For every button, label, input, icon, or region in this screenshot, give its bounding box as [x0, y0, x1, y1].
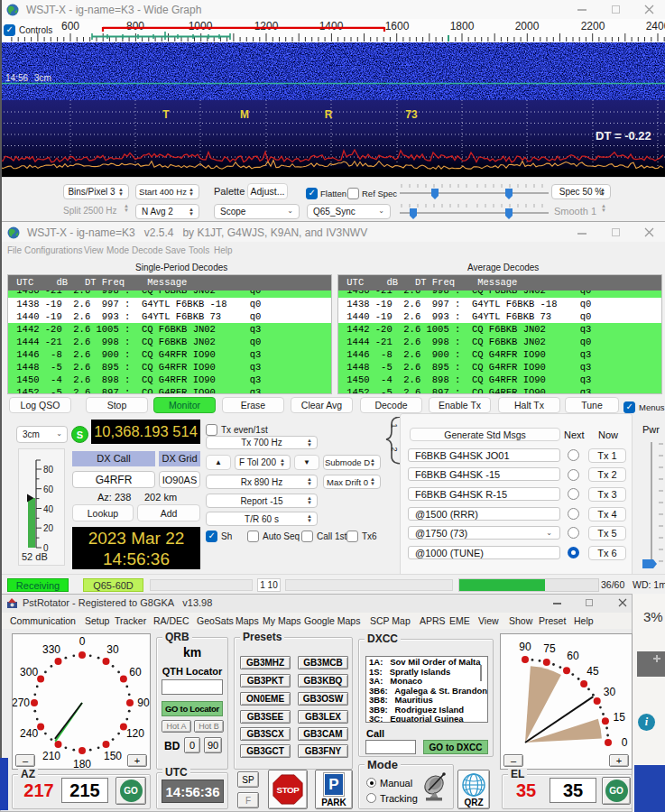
- svg-text:2: 2: [390, 447, 399, 451]
- svg-text:3cm: 3cm: [34, 73, 51, 83]
- svg-text:30: 30: [106, 643, 119, 656]
- svg-text:2200: 2200: [581, 20, 605, 32]
- svg-text:2400: 2400: [646, 20, 665, 32]
- svg-text:1200: 1200: [254, 20, 279, 32]
- svg-text:600: 600: [61, 20, 79, 32]
- svg-text:40: 40: [43, 504, 54, 514]
- svg-text:R: R: [325, 108, 333, 121]
- svg-text:1400: 1400: [319, 20, 344, 32]
- svg-text:0: 0: [622, 736, 628, 749]
- svg-text:60: 60: [129, 666, 142, 678]
- svg-text:1800: 1800: [450, 20, 475, 32]
- svg-text:52 dB: 52 dB: [22, 551, 48, 562]
- svg-text:15: 15: [614, 711, 626, 724]
- svg-text:240: 240: [20, 727, 38, 740]
- svg-text:120: 120: [126, 727, 144, 740]
- svg-text:30: 30: [604, 686, 616, 698]
- svg-text:60: 60: [567, 650, 579, 662]
- svg-text:75: 75: [543, 642, 556, 655]
- svg-text:STOP: STOP: [277, 785, 300, 795]
- svg-text:2000: 2000: [515, 20, 540, 32]
- svg-text:60: 60: [43, 484, 54, 494]
- svg-text:330: 330: [42, 643, 60, 656]
- svg-text:DT = -0.22: DT = -0.22: [596, 129, 651, 143]
- svg-text:73: 73: [405, 108, 418, 121]
- svg-text:90: 90: [519, 641, 531, 653]
- svg-text:1: 1: [390, 423, 399, 428]
- svg-text:0: 0: [79, 635, 86, 648]
- svg-text:300: 300: [20, 666, 38, 678]
- svg-text:180: 180: [73, 758, 91, 769]
- svg-text:P: P: [328, 776, 338, 793]
- svg-text:1600: 1600: [385, 20, 410, 32]
- svg-text:14:56: 14:56: [5, 73, 28, 83]
- svg-text:150: 150: [104, 750, 122, 762]
- svg-text:80: 80: [43, 465, 54, 475]
- svg-text:800: 800: [126, 20, 144, 32]
- svg-text:210: 210: [42, 750, 60, 762]
- svg-text:M: M: [240, 108, 249, 121]
- svg-text:45: 45: [586, 665, 599, 678]
- svg-text:1000: 1000: [189, 20, 213, 32]
- svg-text:90: 90: [137, 697, 150, 709]
- svg-text:T: T: [162, 108, 170, 121]
- svg-text:20: 20: [43, 523, 54, 533]
- svg-text:270: 270: [13, 697, 30, 709]
